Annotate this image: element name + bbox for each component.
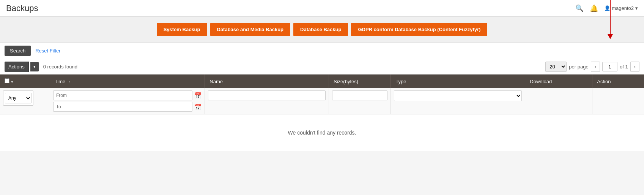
- top-bar-right: 🔍 🔔 👤 magento2 ▾: [575, 4, 638, 13]
- filter-time-cell: 📅 📅: [50, 88, 205, 114]
- prev-page-button[interactable]: ‹: [591, 62, 600, 72]
- toolbar: Search Reset Filter: [0, 43, 644, 59]
- th-action: Action: [592, 75, 644, 88]
- filter-name-input[interactable]: [208, 90, 326, 100]
- table-header-row: ▾ Time ↑ Name Size(bytes) Type Download …: [0, 75, 644, 88]
- th-time[interactable]: Time ↑: [50, 75, 205, 88]
- records-bar-right: 20 30 50 100 200 per page ‹ of 1 ›: [545, 62, 639, 72]
- filter-row: Any 📅 📅: [0, 88, 644, 114]
- of-label: of 1: [620, 64, 628, 70]
- username-label: magento2: [612, 5, 634, 11]
- select-all-checkbox[interactable]: [5, 78, 9, 83]
- th-type: Type: [391, 75, 525, 88]
- next-page-button[interactable]: ›: [630, 62, 639, 72]
- filter-time-from[interactable]: [53, 90, 192, 100]
- records-bar: Actions ▾ 0 records found 20 30 50 100 2…: [0, 59, 644, 75]
- actions-bar: System Backup Database and Media Backup …: [0, 17, 644, 43]
- filter-type-select[interactable]: [394, 90, 522, 101]
- th-time-label: Time: [55, 79, 65, 84]
- filter-checkbox-cell: Any: [0, 88, 50, 114]
- gdpr-backup-button[interactable]: GDPR conform Database Backup (Content Fu…: [351, 23, 487, 36]
- filter-type-cell: [391, 88, 525, 114]
- actions-button[interactable]: Actions: [5, 62, 29, 72]
- top-bar: Backups 🔍 🔔 👤 magento2 ▾: [0, 0, 644, 17]
- page-input[interactable]: [602, 62, 617, 71]
- page-title: Backups: [6, 3, 38, 13]
- calendar-to-icon[interactable]: 📅: [194, 103, 202, 111]
- empty-row: We couldn't find any records.: [0, 114, 644, 151]
- filter-name-cell: [205, 88, 329, 114]
- per-page-label: per page: [569, 64, 588, 70]
- filter-download-cell: [525, 88, 592, 114]
- content-area: Search Reset Filter Actions ▾ 0 records …: [0, 43, 644, 151]
- filter-size-input[interactable]: [332, 90, 387, 100]
- system-backup-button[interactable]: System Backup: [157, 23, 207, 36]
- user-icon: 👤: [604, 5, 610, 11]
- table-wrapper: ▾ Time ↑ Name Size(bytes) Type Download …: [0, 75, 644, 151]
- th-download: Download: [525, 75, 592, 88]
- bell-icon[interactable]: 🔔: [590, 4, 598, 13]
- filter-action-cell: [592, 88, 644, 114]
- empty-message: We couldn't find any records.: [0, 114, 644, 151]
- sort-arrow-time: ↑: [68, 80, 70, 84]
- db-backup-button[interactable]: Database Backup: [293, 23, 348, 36]
- actions-dropdown-button[interactable]: ▾: [30, 62, 39, 71]
- filter-any-select[interactable]: Any: [5, 93, 31, 103]
- th-name: Name: [205, 75, 329, 88]
- reset-filter-link[interactable]: Reset Filter: [34, 46, 62, 56]
- search-icon[interactable]: 🔍: [575, 4, 584, 13]
- user-menu[interactable]: 👤 magento2 ▾: [604, 5, 638, 11]
- backups-table: ▾ Time ↑ Name Size(bytes) Type Download …: [0, 75, 644, 151]
- db-media-backup-button[interactable]: Database and Media Backup: [210, 23, 291, 36]
- chevron-down-icon: ▾: [635, 5, 638, 11]
- th-checkbox-arrow[interactable]: ▾: [11, 79, 13, 84]
- search-button[interactable]: Search: [5, 46, 31, 56]
- calendar-from-icon[interactable]: 📅: [194, 92, 202, 99]
- per-page-select[interactable]: 20 30 50 100 200: [545, 62, 567, 72]
- filter-size-cell: [329, 88, 391, 114]
- th-checkbox: ▾: [0, 75, 50, 88]
- records-count: 0 records found: [43, 64, 77, 70]
- filter-time-to[interactable]: [53, 102, 192, 112]
- records-bar-left: Actions ▾ 0 records found: [5, 62, 77, 72]
- th-size: Size(bytes): [329, 75, 391, 88]
